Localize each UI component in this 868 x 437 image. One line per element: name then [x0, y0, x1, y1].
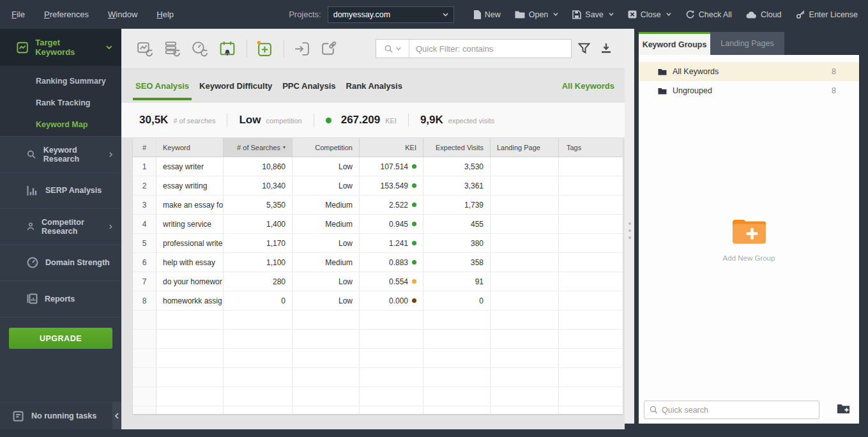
tab-rank-analysis[interactable]: Rank Analysis — [346, 69, 402, 103]
cell-visits: 91 — [423, 272, 491, 291]
quick-filter-input[interactable] — [409, 40, 571, 57]
col-header-num[interactable]: # — [133, 138, 156, 157]
group-row-all-keywords[interactable]: All Keywords 8 — [639, 62, 859, 81]
update-search-number-button[interactable] — [162, 38, 183, 59]
table-row[interactable]: 3 make an essay fo 5,350 Medium 2.522 1,… — [133, 195, 623, 215]
menu-file[interactable]: File — [11, 10, 25, 19]
col-header-expected-visits[interactable]: Expected Visits — [423, 138, 491, 157]
kei-status-dot — [326, 118, 331, 123]
tab-ppc-analysis[interactable]: PPC Analysis — [282, 69, 335, 103]
new-project-button[interactable]: New — [473, 10, 501, 19]
cell-landing-page — [491, 253, 559, 272]
all-keywords-scope-label[interactable]: All Keywords — [562, 81, 614, 91]
assign-landing-page-button[interactable] — [318, 38, 340, 59]
group-search-input[interactable] — [662, 401, 819, 418]
sidebar-item-keyword-research[interactable]: Keyword Research — [0, 137, 121, 173]
table-empty-row[interactable] — [133, 406, 623, 414]
chevron-down-icon[interactable] — [553, 13, 558, 16]
cell-searches: 5,350 — [224, 195, 293, 214]
update-kei-button[interactable] — [189, 38, 211, 59]
cell-landing-page — [491, 157, 559, 176]
tab-landing-pages[interactable]: Landing Pages — [710, 32, 784, 55]
quick-filter-mode-button[interactable] — [376, 40, 409, 57]
add-new-group-button[interactable]: Add New Group — [639, 216, 859, 262]
check-all-label: Check All — [699, 10, 732, 19]
folder-icon — [658, 68, 667, 75]
projects-group: Projects: domyessay.com — [289, 6, 454, 23]
sidebar-item-ranking-summary[interactable]: Ranking Summary — [0, 70, 121, 92]
sidebar-item-keyword-map[interactable]: Keyword Map — [0, 114, 121, 135]
projects-select[interactable]: domyessay.com — [328, 6, 454, 23]
sidebar-item-target-keywords[interactable]: Target Keywords — [0, 29, 121, 66]
col-header-keyword[interactable]: Keyword — [156, 138, 224, 157]
table-row[interactable]: 8 homeworkk assig 0 Low 0.000 0 — [133, 291, 623, 310]
enter-license-button[interactable]: Enter License — [796, 10, 858, 19]
col-header-searches[interactable]: # of Searches▾ — [224, 138, 293, 157]
add-keywords-button[interactable] — [254, 38, 275, 59]
cell-visits: 3,361 — [423, 176, 491, 195]
create-group-button[interactable] — [837, 403, 850, 417]
col-header-tags[interactable]: Tags — [559, 138, 623, 157]
save-icon — [572, 10, 581, 19]
cell-num: 1 — [133, 157, 156, 176]
table-empty-row[interactable] — [133, 368, 623, 387]
group-label: All Keywords — [673, 67, 719, 76]
add-keywords-icon — [256, 40, 273, 57]
sidebar-collapse-handle[interactable] — [112, 402, 121, 429]
stat-expected-visits: 9,9K expected visits — [420, 114, 494, 126]
menu-window[interactable]: Window — [108, 10, 137, 19]
table-row[interactable]: 7 do your homewor 280 Low 0.554 91 — [133, 272, 623, 291]
table-row[interactable]: 4 writing service 1,400 Medium 0.945 455 — [133, 215, 623, 234]
quick-filter — [376, 39, 572, 58]
cell-keyword: make an essay fo — [156, 195, 224, 214]
chevron-down-icon[interactable] — [106, 45, 112, 50]
col-header-landing-page[interactable]: Landing Page — [491, 138, 559, 157]
add-new-group-label: Add New Group — [723, 254, 775, 262]
chevron-down-icon[interactable] — [666, 13, 671, 16]
save-project-button[interactable]: Save — [572, 10, 614, 19]
cloud-button[interactable]: Cloud — [746, 10, 782, 19]
table-empty-row[interactable] — [133, 387, 623, 406]
table-empty-row[interactable] — [133, 310, 623, 330]
tab-keyword-difficulty[interactable]: Keyword Difficulty — [199, 69, 272, 103]
export-button[interactable] — [600, 43, 612, 56]
chevron-down-icon — [443, 13, 448, 17]
scheduler-button[interactable] — [217, 38, 238, 59]
sidebar-item-competitor-research[interactable]: Competitor Research — [0, 209, 121, 245]
table-empty-row[interactable] — [133, 330, 623, 349]
running-tasks-status[interactable]: No running tasks — [0, 402, 121, 429]
tab-keyword-groups[interactable]: Keyword Groups — [639, 32, 710, 55]
sidebar-item-reports[interactable]: Reports — [0, 281, 121, 318]
panel-splitter[interactable] — [625, 29, 634, 424]
table-row[interactable]: 6 help with essay 1,100 Medium 0.883 358 — [133, 253, 623, 272]
update-rankings-button[interactable] — [134, 38, 156, 59]
table-header: # Keyword # of Searches▾ Competition KEI… — [133, 138, 623, 157]
cell-keyword: essay writer — [156, 157, 224, 176]
group-row-ungrouped[interactable]: Ungrouped 8 — [639, 81, 859, 100]
tab-seo-analysis[interactable]: SEO Analysis — [135, 69, 189, 103]
upgrade-button[interactable]: UPGRADE — [9, 328, 112, 349]
move-to-group-button[interactable] — [291, 38, 312, 59]
close-project-button[interactable]: Close — [628, 10, 671, 19]
col-header-kei[interactable]: KEI — [360, 138, 423, 157]
sidebar-item-serp-analysis[interactable]: SERP Analysis — [0, 173, 121, 210]
table-row[interactable]: 5 professional write 1,170 Low 1.241 380 — [133, 234, 623, 253]
add-folder-icon — [731, 216, 768, 244]
top-menubar: File Preferences Window Help Projects: d… — [0, 0, 868, 29]
chevron-down-icon[interactable] — [609, 13, 614, 16]
sidebar-item-domain-strength[interactable]: Domain Strength — [0, 245, 121, 282]
menu-help[interactable]: Help — [156, 10, 174, 19]
sidebar-item-rank-tracking[interactable]: Rank Tracking — [0, 92, 121, 114]
menu-preferences[interactable]: Preferences — [44, 10, 89, 19]
table-row[interactable]: 2 essay writing 10,340 Low 153.549 3,361 — [133, 176, 623, 195]
reports-label: Reports — [45, 295, 75, 303]
filter-button[interactable] — [578, 43, 590, 56]
col-header-competition[interactable]: Competition — [293, 138, 360, 157]
stat-visits-label: expected visits — [448, 117, 494, 125]
table-empty-row[interactable] — [133, 349, 623, 368]
open-project-button[interactable]: Open — [515, 10, 559, 19]
table-row[interactable]: 1 essay writer 10,860 Low 107.514 3,530 — [133, 157, 623, 176]
move-to-group-icon — [293, 40, 310, 57]
check-all-button[interactable]: Check All — [685, 10, 732, 19]
cell-num: 3 — [133, 195, 156, 214]
